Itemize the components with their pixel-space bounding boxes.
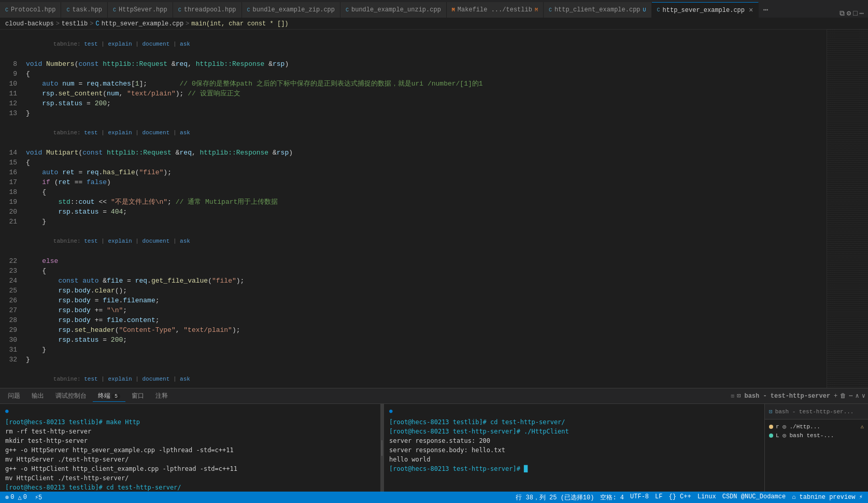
terminal-count-badge: 5 xyxy=(112,394,120,399)
tab-label-protocol: Protocol.hpp xyxy=(11,6,55,13)
tab-bundle-zip[interactable]: C bundle_example_zip.cpp xyxy=(242,2,340,18)
line-number: 29 xyxy=(0,325,23,335)
code-line-row: 30 rsp.status = 200; xyxy=(0,335,827,345)
tab-label-threadpool: threadpool.hpp xyxy=(184,6,236,13)
term-tab-output[interactable]: 输出 xyxy=(26,390,49,402)
terminal-left-pane[interactable]: ● [root@hecs-80213 testlib]# make Httprm… xyxy=(0,404,380,492)
term-tab-debug[interactable]: 调试控制台 xyxy=(50,390,92,402)
main-content: tabnine: test | explain | document | ask… xyxy=(0,30,868,503)
tabnine-hint-row: tabnine: test | explain | document | ask xyxy=(0,227,827,256)
line-number: 15 xyxy=(0,158,23,167)
tab-label-httpsever: HttpSever.hpp xyxy=(119,6,167,13)
code-content: auto num = req.matches[1]; // 0保存的是整体pat… xyxy=(23,79,827,89)
editor-section: tabnine: test | explain | document | ask… xyxy=(0,30,868,388)
terminal-right-line: [root@hecs-80213 test-http-server]# █ xyxy=(389,464,759,473)
tab-bundle-unzip[interactable]: C bundle_example_unzip.cpp xyxy=(340,2,447,18)
tab-icon-bundle-zip: C xyxy=(247,7,250,13)
tab-icon-bundle-unzip: C xyxy=(346,7,349,13)
line-number: 11 xyxy=(0,89,23,99)
code-content: std::cout << "不是文件上传\n"; // 通常 Mutipart用… xyxy=(23,197,827,207)
code-scroll[interactable]: tabnine: test | explain | document | ask… xyxy=(0,30,827,388)
term-tab-window[interactable]: 窗口 xyxy=(126,390,149,402)
right-terminal-indicator: ● xyxy=(389,407,759,416)
code-line-row: 8 void Numbers(const httplib::Request &r… xyxy=(0,59,827,69)
terminal-right-line: [root@hecs-80213 testlib]# cd test-http-… xyxy=(389,417,759,427)
minimap xyxy=(827,30,868,388)
tab-http-server[interactable]: C http_sever_example.cpp × xyxy=(652,2,759,18)
code-line-row: 25 rsp.body.clear(); xyxy=(0,286,827,296)
rt-item-1[interactable]: r ◎ ./Http... ⚠ xyxy=(769,422,864,431)
right-terminal-panel: ⊡ bash - test-http-ser... r ◎ ./Http... … xyxy=(764,404,868,492)
terminal-down-icon[interactable]: ∨ xyxy=(862,392,865,400)
maximize-icon[interactable]: □ xyxy=(853,9,857,18)
tab-overflow-menu[interactable]: ⋯ xyxy=(759,2,772,18)
code-content: const auto &file = req.get_file_value("f… xyxy=(23,276,827,286)
code-line-row: 14 void Mutipart(const httplib::Request … xyxy=(0,148,827,158)
code-content: rsp.set_header("Content-Type", "text/pla… xyxy=(23,325,827,335)
terminal-right-line: server response.status: 200 xyxy=(389,436,759,445)
status-language[interactable]: {} C++ xyxy=(668,493,691,502)
code-line-row: 21 } xyxy=(0,217,827,227)
code-content: rsp.status = 200; xyxy=(23,99,827,108)
terminal-left-line: mv HttpClient ./test-http-server/ xyxy=(5,473,375,483)
status-error-icon: ⊗ xyxy=(5,494,9,501)
line-number: 23 xyxy=(0,266,23,276)
code-content: rsp.set_content(num, "text/plain"); // 设… xyxy=(23,89,827,99)
code-line-row: 11 rsp.set_content(num, "text/plain"); /… xyxy=(0,89,827,99)
tab-protocol[interactable]: C Protocol.hpp xyxy=(0,2,61,18)
tab-icon-protocol: C xyxy=(5,7,8,13)
line-number: 25 xyxy=(0,286,23,296)
status-lightning: ⚡5 xyxy=(35,494,42,501)
status-tabnine[interactable]: ⌂ tabnine preview ⚡ xyxy=(792,493,863,502)
breadcrumb: cloud-backups > testlib > C http_sever_e… xyxy=(0,18,868,30)
more-actions-icon[interactable]: ⋯ xyxy=(860,9,864,18)
term-tab-terminal[interactable]: 终端5 xyxy=(93,390,125,402)
rt-dot-2 xyxy=(769,434,773,438)
tab-httpsever[interactable]: C HttpSever.hpp xyxy=(108,2,173,18)
tabnine-hint-text[interactable]: tabnine: test | explain | document | ask xyxy=(23,365,827,388)
rt-label-1: r ◎ ./Http... xyxy=(776,423,820,430)
terminal-left-line: mkdir test-http-server xyxy=(5,436,375,445)
tabnine-hint-text[interactable]: tabnine: test | explain | document | ask xyxy=(23,118,827,148)
terminal-more-icon[interactable]: ⋯ xyxy=(849,392,852,400)
tab-close-http-server[interactable]: × xyxy=(749,6,753,15)
tab-threadpool[interactable]: C threadpool.hpp xyxy=(173,2,242,18)
split-editor-icon[interactable]: ⧉ xyxy=(839,9,845,18)
tab-makefile[interactable]: M Makefile .../testlib M xyxy=(447,2,544,18)
rt-warning-icon: ⚠ xyxy=(860,423,864,430)
code-content: { xyxy=(23,266,827,276)
code-line-row: 12 rsp.status = 200; xyxy=(0,99,827,108)
tab-bar: C Protocol.hpp C task.hpp C HttpSever.hp… xyxy=(0,0,868,18)
tab-task[interactable]: C task.hpp xyxy=(61,2,108,18)
code-line-row: 24 const auto &file = req.get_file_value… xyxy=(0,276,827,286)
terminal-layout-icon[interactable]: ⊡ xyxy=(737,392,741,400)
tabnine-hint-text[interactable]: tabnine: test | explain | document | ask xyxy=(23,227,827,256)
terminal-right-pane[interactable]: ● [root@hecs-80213 testlib]# cd test-htt… xyxy=(383,404,764,492)
tabnine-hint-text[interactable]: tabnine: test | explain | document | ask xyxy=(23,30,827,59)
terminal-add-icon[interactable]: + xyxy=(834,393,837,400)
code-line-row: 28 rsp.body += file.content; xyxy=(0,315,827,325)
hint-line-num xyxy=(0,365,23,388)
status-error-count: 0 xyxy=(10,494,14,501)
breadcrumb-symbol[interactable]: main(int, char const * []) xyxy=(191,20,288,27)
code-line-row: 17 if (ret == false) xyxy=(0,177,827,187)
term-tab-problems[interactable]: 问题 xyxy=(3,390,25,402)
status-encoding: UTF-8 xyxy=(630,493,649,502)
breadcrumb-file[interactable]: http_sever_example.cpp xyxy=(102,20,183,27)
status-errors[interactable]: ⊗ 0 △ 0 xyxy=(5,494,27,501)
terminal-trash-icon[interactable]: 🗑 xyxy=(840,392,846,400)
settings-icon[interactable]: ⚙ xyxy=(847,9,851,18)
left-terminal-indicator: ● xyxy=(5,407,375,416)
term-tab-comment[interactable]: 注释 xyxy=(150,390,173,402)
tab-http-client[interactable]: C http_client_example.cpp U xyxy=(544,2,652,18)
code-line-row: 27 rsp.body += "\n"; xyxy=(0,305,827,315)
status-cursor-pos: 行 38，列 25 (已选择10) xyxy=(516,493,594,502)
breadcrumb-cloud[interactable]: cloud-backups xyxy=(5,20,54,27)
breadcrumb-testlib[interactable]: testlib xyxy=(62,20,88,27)
right-panel-icon: ⊡ xyxy=(769,408,773,415)
terminal-up-icon[interactable]: ∧ xyxy=(856,392,859,400)
terminal-body: ● [root@hecs-80213 testlib]# make Httprm… xyxy=(0,404,868,492)
hint-line-num xyxy=(0,30,23,59)
tab-label-http-client: http_client_example.cpp xyxy=(554,6,641,13)
rt-item-2[interactable]: L ◎ bash test-... xyxy=(769,431,864,440)
